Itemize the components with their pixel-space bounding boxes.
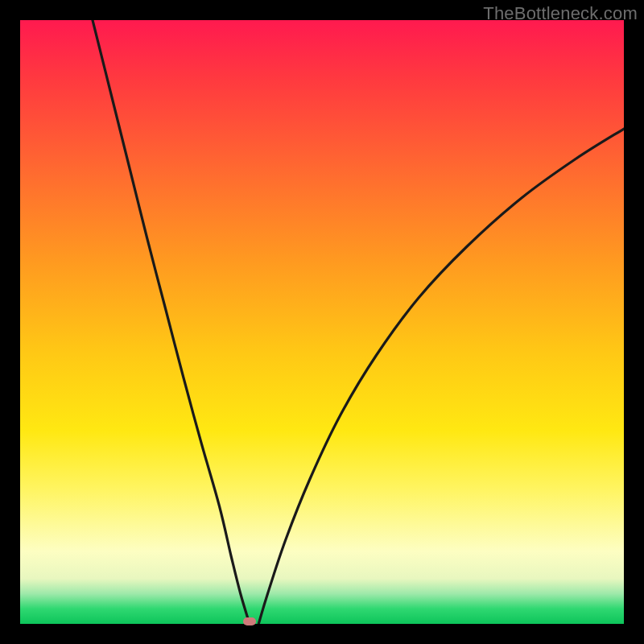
minimum-marker: [243, 617, 256, 625]
plot-area: [20, 20, 624, 624]
bottleneck-curve: [20, 20, 624, 624]
watermark-text: TheBottleneck.com: [483, 3, 638, 24]
chart-frame: TheBottleneck.com: [0, 0, 644, 644]
